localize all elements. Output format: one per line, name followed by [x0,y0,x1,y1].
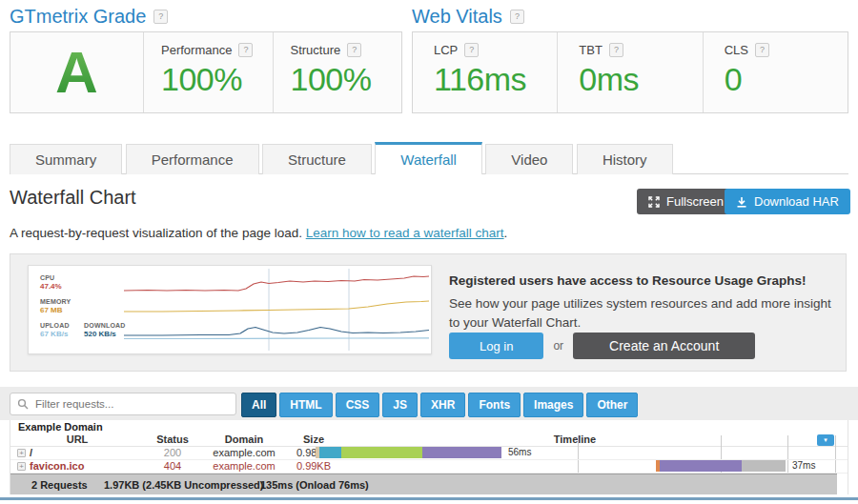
report-tabs: Summary Performance Structure Waterfall … [10,142,848,174]
download-har-label: Download HAR [754,194,839,209]
grade-letter: A [55,43,98,102]
request-filter-bar: All HTML CSS JS XHR Fonts Images Other [0,387,858,420]
search-icon [17,398,29,410]
row-size: 0.99KB [296,460,331,472]
row-domain: example.com [213,460,275,472]
requests-count: 2 Requests [31,479,88,491]
fullscreen-button[interactable]: Fullscreen [637,189,735,214]
row-status: 404 [164,460,181,472]
column-url[interactable]: URL [67,433,89,445]
help-icon[interactable]: ? [238,43,253,57]
vitals-title-text: Web Vitals [412,6,502,28]
help-icon[interactable]: ? [609,43,623,57]
lcp-label: LCP [434,43,458,57]
lcp-metric: LCP ? 116ms [413,32,557,112]
promo-heading: Registered users have access to Resource… [449,273,806,288]
vitals-panel: LCP ? 116ms TBT ? 0ms CLS ? 0 [412,31,848,113]
filter-js-button[interactable]: JS [382,393,418,417]
structure-value: 100% [291,61,402,98]
learn-waterfall-link[interactable]: Learn how to read a waterfall chart [306,226,504,240]
grade-panel: A Performance ? 100% Structure ? 100% [10,31,402,113]
page-title: Waterfall Chart [10,187,136,209]
promo-actions: Log in or Create an Account [449,333,755,359]
table-row[interactable]: + favicon.ico 404 example.com 0.99KB 37m… [10,459,848,474]
help-icon[interactable]: ? [347,43,361,57]
table-header-row: URL Status Domain Size Timeline [10,433,848,447]
tab-video[interactable]: Video [485,144,573,174]
create-account-button[interactable]: Create an Account [573,333,755,359]
promo-body: See how your page utilizes system resour… [449,294,838,332]
vitals-section-title: Web Vitals ? [412,6,524,28]
filter-css-button[interactable]: CSS [336,393,380,417]
column-timeline[interactable]: Timeline [554,433,596,445]
tab-structure[interactable]: Structure [262,144,372,174]
time-summary: 135ms (Onload 76ms) [260,479,369,491]
resource-graph-preview: CPU 47.4% MEMORY 67 MB UPLOAD 67 KB/s DO… [28,265,432,354]
table-summary-row: 2 Requests 1.97KB (2.45KB Uncompressed) … [10,474,837,494]
filter-requests-input[interactable] [33,397,218,411]
timeline-options-dropdown[interactable]: ▼ [817,434,834,446]
help-icon[interactable]: ? [510,10,524,24]
cls-label: CLS [725,43,748,57]
filter-fonts-button[interactable]: Fonts [468,393,521,417]
filter-xhr-button[interactable]: XHR [420,393,465,417]
tab-performance[interactable]: Performance [126,144,259,174]
description-text: A request-by-request visualization of th… [10,226,306,240]
filter-search-box[interactable] [10,393,236,415]
column-status[interactable]: Status [156,433,189,445]
filter-all-button[interactable]: All [241,393,276,417]
cls-metric: CLS ? 0 [703,32,848,112]
row-url: / [30,447,32,458]
structure-label: Structure [291,43,341,57]
cls-value: 0 [725,61,848,98]
table-row[interactable]: + / 200 example.com 0.98KB 56ms [10,446,848,460]
tab-history[interactable]: History [577,144,673,174]
lcp-value: 116ms [434,61,557,98]
fullscreen-icon [648,196,660,208]
structure-metric: Structure ? 100% [273,32,402,112]
tbt-value: 0ms [579,61,702,98]
performance-metric: Performance ? 100% [143,32,273,112]
section-divider [0,497,858,500]
performance-value: 100% [161,61,273,98]
login-button[interactable]: Log in [449,333,543,359]
filter-type-buttons: All HTML CSS JS XHR Fonts Images Other [241,393,638,417]
waterfall-table: Example Domain URL Status Domain Size Ti… [10,420,848,494]
help-icon[interactable]: ? [464,43,479,57]
filter-html-button[interactable]: HTML [279,393,332,417]
domain-group-title: Example Domain [18,421,103,433]
timeline-bar: 56ms [316,447,835,458]
filter-other-button[interactable]: Other [586,393,638,417]
help-icon[interactable]: ? [153,10,168,24]
row-url: favicon.ico [30,460,84,472]
resource-usage-lines-chart [29,266,431,353]
column-domain[interactable]: Domain [225,433,263,445]
description-period: . [504,226,508,240]
grade-cell: A [10,32,143,112]
tab-waterfall[interactable]: Waterfall [375,142,482,174]
gtmetrix-report-page: GTmetrix Grade ? A Performance ? 100% St… [0,0,858,504]
filter-images-button[interactable]: Images [523,393,583,417]
grade-section-title: GTmetrix Grade ? [10,6,168,28]
row-status: 200 [164,447,181,458]
fullscreen-label: Fullscreen [666,194,724,209]
resource-usage-promo: CPU 47.4% MEMORY 67 MB UPLOAD 67 KB/s DO… [10,253,847,372]
tab-summary[interactable]: Summary [10,144,122,174]
tbt-metric: TBT ? 0ms [557,32,702,112]
grade-title-text: GTmetrix Grade [10,6,146,28]
expand-row-icon[interactable]: + [17,449,26,457]
size-summary: 1.97KB (2.45KB Uncompressed) [104,479,264,491]
timeline-bar: 37ms [656,460,858,472]
waterfall-description: A request-by-request visualization of th… [10,226,507,240]
download-icon [736,196,747,208]
expand-row-icon[interactable]: + [17,462,26,471]
performance-label: Performance [161,43,232,57]
or-label: or [553,339,563,353]
column-size[interactable]: Size [303,433,324,445]
tbt-label: TBT [579,43,603,57]
row-domain: example.com [213,447,275,458]
download-har-button[interactable]: Download HAR [725,189,850,214]
help-icon[interactable]: ? [755,43,769,57]
